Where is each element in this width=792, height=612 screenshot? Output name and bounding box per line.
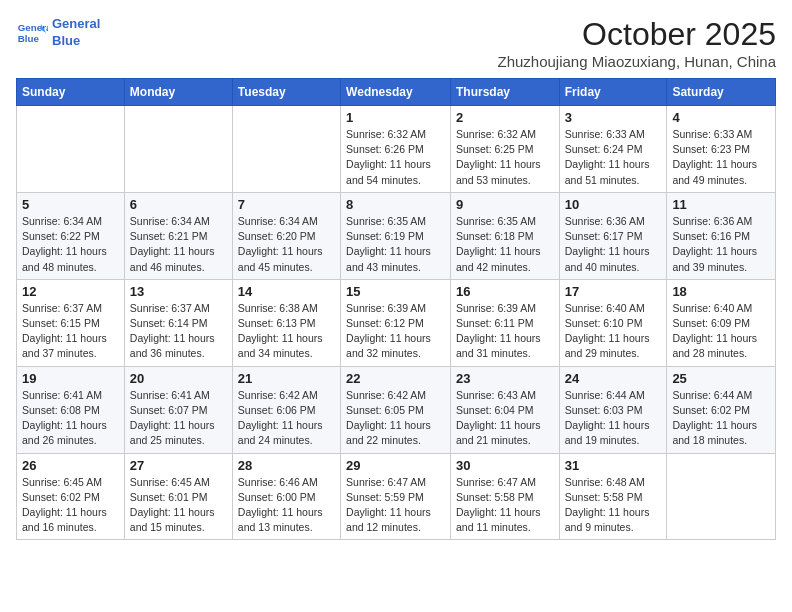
logo-icon: General Blue [16,17,48,49]
day-info: Sunrise: 6:37 AM Sunset: 6:14 PM Dayligh… [130,301,227,362]
day-number: 10 [565,197,662,212]
weekday-header: Friday [559,79,667,106]
calendar-cell: 13Sunrise: 6:37 AM Sunset: 6:14 PM Dayli… [124,279,232,366]
day-number: 19 [22,371,119,386]
calendar-cell: 2Sunrise: 6:32 AM Sunset: 6:25 PM Daylig… [450,106,559,193]
day-info: Sunrise: 6:42 AM Sunset: 6:05 PM Dayligh… [346,388,445,449]
calendar-week-row: 26Sunrise: 6:45 AM Sunset: 6:02 PM Dayli… [17,453,776,540]
day-number: 18 [672,284,770,299]
calendar-cell: 14Sunrise: 6:38 AM Sunset: 6:13 PM Dayli… [232,279,340,366]
day-number: 13 [130,284,227,299]
day-number: 24 [565,371,662,386]
calendar-cell: 31Sunrise: 6:48 AM Sunset: 5:58 PM Dayli… [559,453,667,540]
day-number: 9 [456,197,554,212]
day-info: Sunrise: 6:48 AM Sunset: 5:58 PM Dayligh… [565,475,662,536]
calendar-cell: 24Sunrise: 6:44 AM Sunset: 6:03 PM Dayli… [559,366,667,453]
day-info: Sunrise: 6:36 AM Sunset: 6:16 PM Dayligh… [672,214,770,275]
month-title: October 2025 [497,16,776,53]
calendar-cell: 30Sunrise: 6:47 AM Sunset: 5:58 PM Dayli… [450,453,559,540]
day-info: Sunrise: 6:35 AM Sunset: 6:19 PM Dayligh… [346,214,445,275]
day-info: Sunrise: 6:43 AM Sunset: 6:04 PM Dayligh… [456,388,554,449]
day-number: 15 [346,284,445,299]
day-number: 16 [456,284,554,299]
calendar-cell: 21Sunrise: 6:42 AM Sunset: 6:06 PM Dayli… [232,366,340,453]
day-info: Sunrise: 6:41 AM Sunset: 6:07 PM Dayligh… [130,388,227,449]
day-number: 3 [565,110,662,125]
calendar-cell: 27Sunrise: 6:45 AM Sunset: 6:01 PM Dayli… [124,453,232,540]
day-info: Sunrise: 6:32 AM Sunset: 6:25 PM Dayligh… [456,127,554,188]
day-number: 6 [130,197,227,212]
calendar-week-row: 5Sunrise: 6:34 AM Sunset: 6:22 PM Daylig… [17,192,776,279]
weekday-header: Sunday [17,79,125,106]
calendar-cell: 12Sunrise: 6:37 AM Sunset: 6:15 PM Dayli… [17,279,125,366]
day-info: Sunrise: 6:45 AM Sunset: 6:02 PM Dayligh… [22,475,119,536]
calendar-cell: 15Sunrise: 6:39 AM Sunset: 6:12 PM Dayli… [341,279,451,366]
calendar-cell: 16Sunrise: 6:39 AM Sunset: 6:11 PM Dayli… [450,279,559,366]
day-number: 2 [456,110,554,125]
day-info: Sunrise: 6:39 AM Sunset: 6:12 PM Dayligh… [346,301,445,362]
title-area: October 2025 Zhuzhoujiang Miaozuxiang, H… [497,16,776,70]
day-info: Sunrise: 6:38 AM Sunset: 6:13 PM Dayligh… [238,301,335,362]
day-number: 14 [238,284,335,299]
day-number: 26 [22,458,119,473]
day-info: Sunrise: 6:39 AM Sunset: 6:11 PM Dayligh… [456,301,554,362]
day-number: 7 [238,197,335,212]
day-info: Sunrise: 6:47 AM Sunset: 5:59 PM Dayligh… [346,475,445,536]
day-info: Sunrise: 6:33 AM Sunset: 6:24 PM Dayligh… [565,127,662,188]
day-number: 23 [456,371,554,386]
logo-line1: General [52,16,100,33]
day-info: Sunrise: 6:34 AM Sunset: 6:21 PM Dayligh… [130,214,227,275]
day-info: Sunrise: 6:33 AM Sunset: 6:23 PM Dayligh… [672,127,770,188]
calendar-cell: 23Sunrise: 6:43 AM Sunset: 6:04 PM Dayli… [450,366,559,453]
day-info: Sunrise: 6:47 AM Sunset: 5:58 PM Dayligh… [456,475,554,536]
calendar-header-row: SundayMondayTuesdayWednesdayThursdayFrid… [17,79,776,106]
calendar-cell [17,106,125,193]
calendar-week-row: 19Sunrise: 6:41 AM Sunset: 6:08 PM Dayli… [17,366,776,453]
weekday-header: Thursday [450,79,559,106]
calendar-cell: 3Sunrise: 6:33 AM Sunset: 6:24 PM Daylig… [559,106,667,193]
day-number: 1 [346,110,445,125]
calendar-cell: 19Sunrise: 6:41 AM Sunset: 6:08 PM Dayli… [17,366,125,453]
day-number: 22 [346,371,445,386]
day-info: Sunrise: 6:34 AM Sunset: 6:22 PM Dayligh… [22,214,119,275]
day-info: Sunrise: 6:41 AM Sunset: 6:08 PM Dayligh… [22,388,119,449]
calendar-cell: 18Sunrise: 6:40 AM Sunset: 6:09 PM Dayli… [667,279,776,366]
day-number: 29 [346,458,445,473]
calendar-cell: 28Sunrise: 6:46 AM Sunset: 6:00 PM Dayli… [232,453,340,540]
day-info: Sunrise: 6:42 AM Sunset: 6:06 PM Dayligh… [238,388,335,449]
weekday-header: Monday [124,79,232,106]
calendar-cell: 29Sunrise: 6:47 AM Sunset: 5:59 PM Dayli… [341,453,451,540]
svg-text:General: General [18,22,48,33]
calendar: SundayMondayTuesdayWednesdayThursdayFrid… [16,78,776,540]
day-number: 12 [22,284,119,299]
day-info: Sunrise: 6:40 AM Sunset: 6:09 PM Dayligh… [672,301,770,362]
calendar-cell: 9Sunrise: 6:35 AM Sunset: 6:18 PM Daylig… [450,192,559,279]
calendar-cell: 26Sunrise: 6:45 AM Sunset: 6:02 PM Dayli… [17,453,125,540]
day-info: Sunrise: 6:37 AM Sunset: 6:15 PM Dayligh… [22,301,119,362]
day-number: 8 [346,197,445,212]
calendar-cell: 1Sunrise: 6:32 AM Sunset: 6:26 PM Daylig… [341,106,451,193]
calendar-cell: 7Sunrise: 6:34 AM Sunset: 6:20 PM Daylig… [232,192,340,279]
day-number: 28 [238,458,335,473]
calendar-week-row: 1Sunrise: 6:32 AM Sunset: 6:26 PM Daylig… [17,106,776,193]
day-number: 5 [22,197,119,212]
weekday-header: Tuesday [232,79,340,106]
day-number: 21 [238,371,335,386]
calendar-cell: 8Sunrise: 6:35 AM Sunset: 6:19 PM Daylig… [341,192,451,279]
calendar-cell: 5Sunrise: 6:34 AM Sunset: 6:22 PM Daylig… [17,192,125,279]
day-info: Sunrise: 6:40 AM Sunset: 6:10 PM Dayligh… [565,301,662,362]
day-info: Sunrise: 6:34 AM Sunset: 6:20 PM Dayligh… [238,214,335,275]
day-info: Sunrise: 6:36 AM Sunset: 6:17 PM Dayligh… [565,214,662,275]
logo: General Blue General Blue [16,16,100,50]
calendar-cell: 6Sunrise: 6:34 AM Sunset: 6:21 PM Daylig… [124,192,232,279]
calendar-cell [124,106,232,193]
location-title: Zhuzhoujiang Miaozuxiang, Hunan, China [497,53,776,70]
calendar-week-row: 12Sunrise: 6:37 AM Sunset: 6:15 PM Dayli… [17,279,776,366]
calendar-cell: 25Sunrise: 6:44 AM Sunset: 6:02 PM Dayli… [667,366,776,453]
weekday-header: Wednesday [341,79,451,106]
calendar-cell: 11Sunrise: 6:36 AM Sunset: 6:16 PM Dayli… [667,192,776,279]
day-number: 17 [565,284,662,299]
calendar-cell [232,106,340,193]
day-number: 20 [130,371,227,386]
day-number: 27 [130,458,227,473]
